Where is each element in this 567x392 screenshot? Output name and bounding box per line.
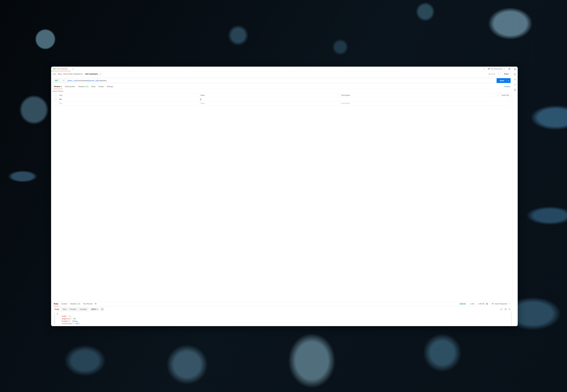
param-description-input[interactable]: Description	[340, 101, 511, 105]
line-wrap-button[interactable]	[100, 307, 104, 311]
tab-strip: GET Get Customers + No environment	[51, 67, 512, 71]
chevron-down-icon	[503, 68, 505, 70]
save-response-button[interactable]: ⌨ Save Response	[491, 303, 507, 305]
svg-point-11	[509, 304, 509, 304]
param-value-input[interactable]: Value	[199, 101, 340, 105]
tab-overflow-button[interactable]	[482, 67, 486, 71]
view-mode-segmented: Pretty Raw Preview Visualize	[53, 307, 89, 311]
response-tab-headers[interactable]: Headers (18)	[69, 301, 82, 306]
tab-scripts[interactable]: Scripts	[97, 84, 105, 89]
response-tab-body[interactable]: Body	[53, 301, 60, 306]
send-button[interactable]: Send	[497, 78, 511, 83]
response-history-button[interactable]	[94, 302, 97, 306]
col-description: Description	[340, 93, 496, 97]
copy-link-icon[interactable]	[99, 73, 101, 75]
row-checkbox[interactable]	[54, 98, 56, 100]
environment-selector[interactable]: No environment	[486, 67, 506, 71]
documentation-icon[interactable]	[514, 68, 516, 70]
tab-headers[interactable]: Headers (12)	[77, 84, 90, 89]
save-button-label: Save	[491, 73, 495, 75]
svg-point-6	[498, 95, 498, 95]
params-header-row: Key Value Description Bulk Edit	[53, 93, 511, 97]
response-size[interactable]: 2.09 KB	[478, 303, 484, 305]
format-select[interactable]: JSON	[90, 308, 99, 311]
code-icon[interactable]	[514, 78, 516, 81]
param-description-input[interactable]	[340, 97, 511, 101]
line-wrap-icon	[101, 308, 103, 310]
keyboard-badge-icon: ⌨	[491, 303, 494, 305]
svg-rect-14	[505, 309, 506, 310]
environment-quicklook-button[interactable]	[506, 67, 512, 71]
save-button[interactable]: Save	[487, 72, 497, 76]
share-button[interactable]: Share	[502, 72, 511, 76]
right-sidebar	[512, 67, 518, 326]
send-button-label: Send	[500, 80, 504, 82]
comments-icon[interactable]	[514, 73, 516, 75]
chevron-down-icon	[498, 73, 500, 75]
http-badge-icon: HTTP	[53, 73, 56, 75]
breadcrumb[interactable]: Blog - ServiceTitan Integrations / Get C…	[58, 73, 98, 75]
breadcrumb-workspace[interactable]: Blog - ServiceTitan Integrations	[58, 73, 83, 75]
param-key-input[interactable]: ids	[58, 97, 199, 101]
request-subtabs: Params Authorization Headers (12) Body S…	[51, 84, 512, 89]
breadcrumb-current: Get Customers	[85, 73, 98, 75]
view-visualize[interactable]: Visualize	[78, 308, 89, 311]
query-params-title: Query Params	[51, 89, 512, 93]
request-url-row: GET {{base_url}} /crm/v2/tenant/ {{tenan…	[51, 77, 512, 84]
request-tab[interactable]: GET Get Customers	[51, 67, 71, 71]
status-code[interactable]: 200 OK	[459, 303, 467, 305]
modified-dot-icon	[61, 86, 62, 87]
query-params-table: Key Value Description Bulk Edit ids [] K…	[53, 93, 511, 105]
chevron-down-icon	[97, 308, 98, 310]
search-response-icon[interactable]	[509, 308, 511, 310]
copy-response-icon[interactable]	[504, 308, 506, 310]
info-icon[interactable]	[514, 89, 516, 91]
svg-line-16	[510, 309, 510, 310]
tab-params[interactable]: Params	[53, 84, 63, 89]
more-options-button[interactable]	[509, 303, 511, 305]
tab-settings[interactable]: Settings	[105, 84, 115, 89]
response-tab-test-results[interactable]: Test Results	[82, 301, 94, 306]
column-options-button[interactable]	[496, 93, 500, 97]
request-url-input[interactable]: {{base_url}} /crm/v2/tenant/ {{tenant_id…	[66, 78, 496, 83]
save-response-label: Save Response	[495, 303, 507, 305]
view-preview[interactable]: Preview	[68, 308, 78, 311]
param-value-input[interactable]: []	[199, 97, 340, 101]
response-tab-cookies[interactable]: Cookies	[60, 301, 69, 306]
new-tab-button[interactable]: +	[71, 67, 75, 71]
param-key-input[interactable]: Key	[58, 101, 199, 105]
bulk-edit-button[interactable]: Bulk Edit	[500, 93, 511, 97]
history-icon	[95, 303, 97, 305]
chevron-down-icon	[63, 80, 64, 81]
svg-point-7	[498, 95, 498, 95]
save-dropdown-button[interactable]	[497, 72, 501, 76]
svg-point-5	[497, 95, 498, 95]
response-body[interactable]: 1{ 2 "page": 1, 3 "pageSize": 50, 4 "has…	[51, 312, 512, 326]
http-method-label: GET	[55, 80, 58, 82]
response-time[interactable]: 1.38 s	[470, 303, 475, 305]
tab-body[interactable]: Body	[90, 84, 97, 89]
format-label: JSON	[91, 308, 96, 310]
svg-point-22	[515, 89, 515, 90]
tab-method-label: GET	[53, 68, 56, 70]
copy-link-icon[interactable]	[500, 308, 502, 310]
send-dropdown-button[interactable]	[506, 78, 509, 83]
view-raw[interactable]: Raw	[61, 308, 68, 311]
cookies-link[interactable]: Cookies	[504, 84, 511, 89]
svg-point-15	[509, 308, 510, 310]
no-environment-icon	[488, 68, 490, 70]
breadcrumb-bar: HTTP Blog - ServiceTitan Integrations / …	[51, 71, 512, 77]
network-icon[interactable]	[486, 303, 488, 305]
select-all-checkbox[interactable]	[54, 94, 56, 96]
save-icon	[489, 73, 491, 75]
postman-window: GET Get Customers + No environment HTTP …	[51, 67, 518, 326]
share-button-label: Share	[504, 73, 509, 75]
scrollbar[interactable]	[511, 312, 512, 326]
http-method-select[interactable]: GET	[53, 78, 66, 83]
view-pretty[interactable]: Pretty	[53, 308, 61, 311]
param-row: ids []	[53, 97, 511, 101]
chevron-down-icon	[508, 80, 509, 81]
col-key: Key	[58, 93, 199, 97]
tab-authorization[interactable]: Authorization	[63, 84, 77, 89]
related-icon[interactable]	[514, 84, 516, 86]
